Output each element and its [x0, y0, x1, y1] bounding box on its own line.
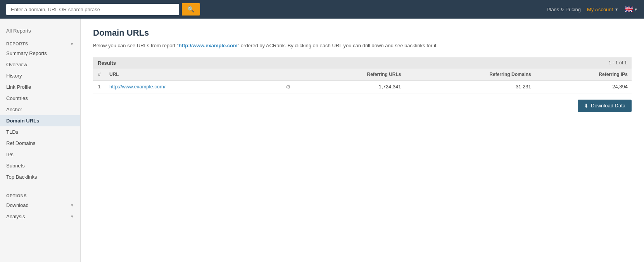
- col-header-referring-ips: Referring IPs: [535, 69, 632, 81]
- page-description: Below you can see URLs from report "http…: [93, 42, 632, 50]
- sidebar-options-section: OPTIONS: [0, 189, 80, 200]
- sidebar-item-link-profile[interactable]: Link Profile: [0, 81, 80, 93]
- download-icon: ⬇: [584, 103, 589, 109]
- desc-text-after: " ordered by ACRank. By clicking on each…: [238, 43, 438, 48]
- row-referring-domains: 31,231: [405, 80, 535, 93]
- page-title: Domain URLs: [93, 28, 632, 38]
- sidebar-item-overview[interactable]: Overview: [0, 59, 80, 70]
- flag-icon: 🇬🇧: [625, 5, 633, 14]
- sidebar: All Reports REPORTS ▼ Summary Reports Ov…: [0, 19, 81, 262]
- sidebar-item-ips[interactable]: IPs: [0, 149, 80, 160]
- reports-chevron-icon: ▼: [70, 42, 74, 46]
- pagination-info: 1 - 1 of 1: [609, 60, 627, 66]
- sidebar-reports-label: REPORTS: [6, 41, 28, 46]
- sidebar-item-analysis[interactable]: Analysis ▼: [0, 211, 80, 222]
- sidebar-item-top-backlinks[interactable]: Top Backlinks: [0, 171, 80, 183]
- search-input[interactable]: [6, 4, 179, 15]
- table-header-row: # URL Referring URLs Referring Domains R…: [93, 69, 632, 81]
- sidebar-item-history[interactable]: History: [0, 70, 80, 81]
- desc-text-before: Below you can see URLs from report ": [93, 43, 179, 48]
- table-head: # URL Referring URLs Referring Domains R…: [93, 69, 632, 81]
- search-area: 🔍: [6, 3, 200, 16]
- language-chevron-icon: ▼: [634, 7, 638, 12]
- download-label: Download: [6, 202, 29, 208]
- download-chevron-icon: ▼: [70, 203, 74, 207]
- download-data-button[interactable]: ⬇ Download Data: [578, 100, 632, 112]
- language-selector[interactable]: 🇬🇧 ▼: [625, 5, 638, 14]
- topnav-right: Plans & Pricing My Account ▼ 🇬🇧 ▼: [547, 5, 638, 14]
- plans-pricing-link[interactable]: Plans & Pricing: [547, 7, 581, 12]
- table-footer: ⬇ Download Data: [93, 93, 632, 112]
- desc-url: http://www.example.com: [179, 43, 238, 48]
- col-header-url: URL: [105, 69, 295, 81]
- urls-table: # URL Referring URLs Referring Domains R…: [93, 69, 632, 93]
- results-label: Results: [98, 60, 116, 66]
- analysis-chevron-icon: ▼: [70, 214, 74, 219]
- col-header-referring-domains: Referring Domains: [405, 69, 535, 81]
- table-row: 1 http://www.example.com/ ⚙ 1,724,341 31…: [93, 80, 632, 93]
- col-header-referring-urls: Referring URLs: [295, 69, 405, 81]
- sidebar-item-tlds[interactable]: TLDs: [0, 126, 80, 138]
- results-header: Results 1 - 1 of 1: [93, 57, 632, 69]
- search-button[interactable]: 🔍: [182, 3, 200, 16]
- sidebar-item-download[interactable]: Download ▼: [0, 200, 80, 211]
- row-url: http://www.example.com/ ⚙: [105, 80, 295, 93]
- sidebar-reports-section: REPORTS ▼: [0, 37, 80, 48]
- main-content: Domain URLs Below you can see URLs from …: [81, 19, 644, 262]
- sidebar-item-domain-urls[interactable]: Domain URLs: [0, 115, 80, 126]
- sidebar-item-subnets[interactable]: Subnets: [0, 160, 80, 171]
- main-layout: All Reports REPORTS ▼ Summary Reports Ov…: [0, 19, 644, 262]
- row-num: 1: [93, 80, 105, 93]
- gear-icon[interactable]: ⚙: [286, 84, 291, 90]
- sidebar-item-summary-reports[interactable]: Summary Reports: [0, 48, 80, 59]
- table-body: 1 http://www.example.com/ ⚙ 1,724,341 31…: [93, 80, 632, 93]
- download-data-label: Download Data: [591, 103, 625, 109]
- sidebar-item-all-reports[interactable]: All Reports: [0, 25, 80, 37]
- sidebar-item-ref-domains[interactable]: Ref Domains: [0, 138, 80, 149]
- my-account-link[interactable]: My Account ▼: [587, 7, 618, 12]
- my-account-label: My Account: [587, 7, 613, 12]
- sidebar-item-countries[interactable]: Countries: [0, 93, 80, 104]
- analysis-label: Analysis: [6, 214, 25, 219]
- col-header-num: #: [93, 69, 105, 81]
- sidebar-options-label: OPTIONS: [6, 193, 27, 198]
- row-referring-ips: 24,394: [535, 80, 632, 93]
- top-navbar: 🔍 Plans & Pricing My Account ▼ 🇬🇧 ▼: [0, 0, 644, 19]
- url-link[interactable]: http://www.example.com/: [109, 84, 166, 90]
- my-account-chevron-icon: ▼: [615, 7, 618, 12]
- row-referring-urls: 1,724,341: [295, 80, 405, 93]
- sidebar-item-anchor[interactable]: Anchor: [0, 104, 80, 115]
